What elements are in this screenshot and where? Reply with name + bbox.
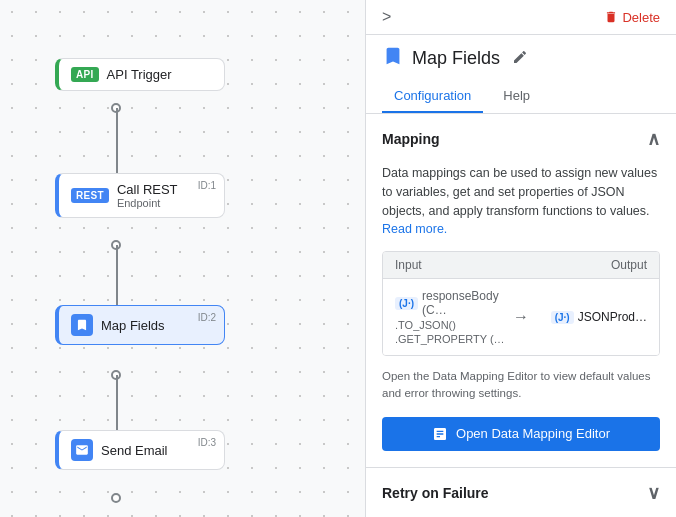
read-more-link[interactable]: Read more. xyxy=(382,222,447,236)
node-title-text: Map Fields xyxy=(412,48,500,69)
connector-line-2 xyxy=(116,245,118,310)
retry-section: Retry on Failure ∨ xyxy=(366,468,676,518)
connector-line-3 xyxy=(116,375,118,435)
rest-badge: REST xyxy=(71,188,109,203)
node-rest-label: Call REST xyxy=(117,182,178,197)
js-badge-input: (J·) xyxy=(395,297,418,310)
mapping-chevron-up: ∧ xyxy=(647,128,660,150)
node-title-icon xyxy=(382,45,404,72)
node-title-row: Map Fields xyxy=(366,35,676,72)
node-api-trigger[interactable]: API API Trigger xyxy=(55,58,225,91)
node-map-id: ID:2 xyxy=(198,312,216,323)
open-data-mapping-editor-button[interactable]: Open Data Mapping Editor xyxy=(382,417,660,451)
mapping-table: Input Output (J·) responseBody (C… .TO_J… xyxy=(382,251,660,356)
col-input-header: Input xyxy=(395,258,521,272)
mapping-section-body: Data mappings can be used to assign new … xyxy=(366,164,676,467)
chain-line-2: .GET_PROPERTY (… xyxy=(395,333,505,345)
node-email-id: ID:3 xyxy=(198,437,216,448)
node-rest-sublabel: Endpoint xyxy=(117,197,178,209)
mapping-input-cell: (J·) responseBody (C… .TO_JSON() .GET_PR… xyxy=(395,289,505,345)
delete-button[interactable]: Delete xyxy=(604,10,660,25)
connector-dot-7 xyxy=(111,493,121,503)
node-send-email[interactable]: Send Email ID:3 xyxy=(55,430,225,470)
edit-icon[interactable] xyxy=(512,49,528,68)
chain-line-1: .TO_JSON() xyxy=(395,319,505,331)
mapping-hint: Open the Data Mapping Editor to view def… xyxy=(382,368,660,403)
panel-header: > Delete xyxy=(366,0,676,35)
js-badge-output: (J·) xyxy=(551,311,574,324)
node-api-label: API Trigger xyxy=(107,67,172,82)
mapping-section: Mapping ∧ Data mappings can be used to a… xyxy=(366,114,676,468)
mapping-row[interactable]: (J·) responseBody (C… .TO_JSON() .GET_PR… xyxy=(383,278,659,355)
api-badge: API xyxy=(71,67,99,82)
node-email-label: Send Email xyxy=(101,443,167,458)
workflow-canvas: API API Trigger REST Call REST Endpoint … xyxy=(0,0,365,517)
node-rest-endpoint[interactable]: REST Call REST Endpoint ID:1 xyxy=(55,173,225,218)
mapping-arrow: → xyxy=(513,308,529,326)
map-icon xyxy=(71,314,93,336)
mapping-title: Mapping xyxy=(382,131,440,147)
node-map-fields[interactable]: Map Fields ID:2 xyxy=(55,305,225,345)
connector-line-1 xyxy=(116,108,118,178)
tab-configuration[interactable]: Configuration xyxy=(382,80,483,113)
output-value: JSONProd… xyxy=(578,310,647,324)
mapping-section-header[interactable]: Mapping ∧ xyxy=(366,114,676,164)
mapping-table-header: Input Output xyxy=(383,252,659,278)
tab-help[interactable]: Help xyxy=(491,80,542,113)
retry-chevron-down: ∨ xyxy=(647,482,660,504)
retry-section-header[interactable]: Retry on Failure ∨ xyxy=(366,468,676,518)
retry-title: Retry on Failure xyxy=(382,485,489,501)
col-output-header: Output xyxy=(521,258,647,272)
node-map-label: Map Fields xyxy=(101,318,165,333)
node-rest-id: ID:1 xyxy=(198,180,216,191)
breadcrumb-arrow[interactable]: > xyxy=(382,8,391,26)
mapping-input-label: (J·) responseBody (C… xyxy=(395,289,505,317)
input-value: responseBody (C… xyxy=(422,289,505,317)
mapping-description: Data mappings can be used to assign new … xyxy=(382,164,660,239)
delete-label: Delete xyxy=(622,10,660,25)
email-icon xyxy=(71,439,93,461)
tabs: Configuration Help xyxy=(366,80,676,114)
mapping-output-cell: (J·) JSONProd… xyxy=(537,310,647,324)
right-panel: > Delete Map Fields Configuration Help M… xyxy=(365,0,676,517)
panel-content: Mapping ∧ Data mappings can be used to a… xyxy=(366,114,676,517)
open-editor-label: Open Data Mapping Editor xyxy=(456,426,610,441)
